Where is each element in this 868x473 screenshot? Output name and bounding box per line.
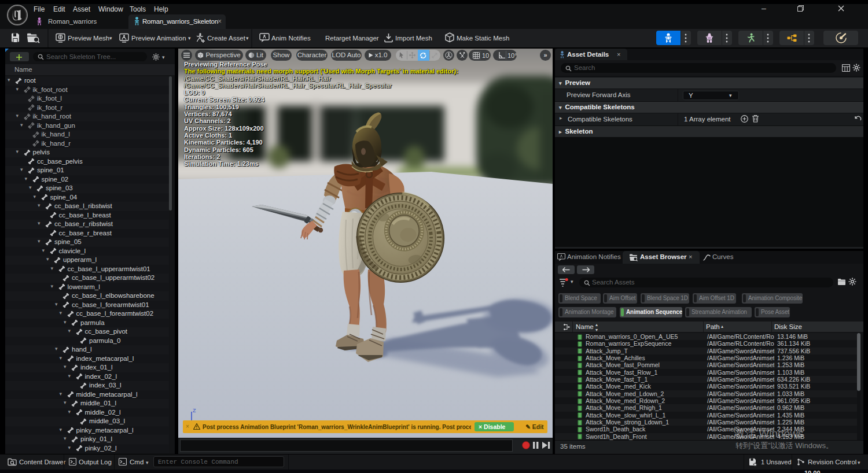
svg-text:Z: Z — [193, 408, 196, 413]
